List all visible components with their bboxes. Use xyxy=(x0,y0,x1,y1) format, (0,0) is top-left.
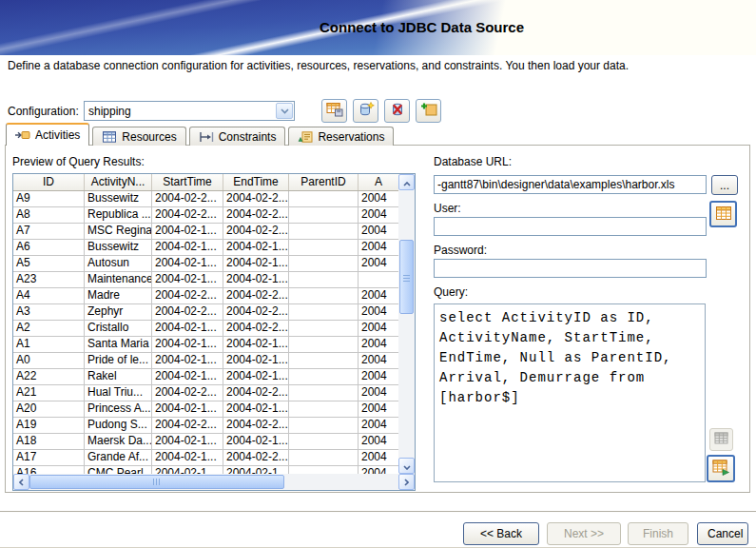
save-configuration-button[interactable] xyxy=(321,99,347,123)
tab-constraints[interactable]: Constraints xyxy=(189,127,286,146)
table-cell: Princess A... xyxy=(85,401,152,417)
table-cell: Grande Af... xyxy=(85,450,152,465)
table-cell: 2004-02-1... xyxy=(152,272,223,287)
table-cell: 2004-02-1... xyxy=(223,353,289,368)
configuration-select[interactable]: shipping xyxy=(84,101,295,121)
table-cell: 2004 xyxy=(359,385,398,401)
table-cell: 2004 xyxy=(359,337,398,352)
tab-resources[interactable]: Resources xyxy=(92,127,185,146)
table-cell: 2004-02-1... xyxy=(223,434,289,449)
wizard-banner: Connect to JDBC Data Source xyxy=(0,0,756,55)
column-header[interactable]: EndTime xyxy=(223,174,289,190)
table-row[interactable]: A21Hual Triu...2004-02-2...2004-02-2...2… xyxy=(13,385,398,401)
table-row[interactable]: A8Republica ...2004-02-2...2004-02-2...2… xyxy=(13,207,398,224)
table-cell xyxy=(289,288,359,303)
table-row[interactable]: A18Maersk Da...2004-02-1...2004-02-1...2… xyxy=(13,434,398,450)
table-cell xyxy=(289,207,359,223)
column-header[interactable]: A xyxy=(359,174,398,190)
horizontal-scrollbar[interactable] xyxy=(13,474,415,490)
table-cell: 2004 xyxy=(359,353,398,368)
table-cell: 2004-02-1... xyxy=(152,256,223,271)
table-row[interactable]: A5Autosun2004-02-1...2004-02-1...2004 xyxy=(13,256,398,272)
table-cell: 2004-02-2... xyxy=(223,224,289,239)
browse-button[interactable]: ... xyxy=(711,175,738,195)
column-header[interactable]: ParentID xyxy=(289,174,359,190)
finish-button[interactable]: Finish xyxy=(628,522,688,545)
configuration-toolbar xyxy=(321,99,441,123)
next-button[interactable]: Next >> xyxy=(547,522,621,545)
table-cell: 2004-02-1... xyxy=(223,272,289,287)
add-configuration-button[interactable] xyxy=(416,99,441,123)
table-cell: 2004 xyxy=(359,450,398,465)
tab-activities[interactable]: Activities xyxy=(6,123,89,146)
footer-buttons: << Back Next >> Finish Cancel xyxy=(463,522,748,545)
table-row[interactable]: A4Madre2004-02-2...2004-02-2...2004 xyxy=(13,288,398,304)
table-row[interactable]: A7MSC Regina2004-02-1...2004-02-2...2004 xyxy=(13,224,398,240)
vertical-scrollbar[interactable] xyxy=(398,174,415,474)
table-cell: 2004-02-1... xyxy=(152,240,223,255)
user-input[interactable] xyxy=(434,217,707,236)
thumb-grip xyxy=(153,479,162,485)
delete-database-connection-button[interactable] xyxy=(384,99,410,123)
table-cell: 2004-02-1... xyxy=(223,240,289,255)
new-database-connection-button[interactable] xyxy=(353,99,378,123)
vertical-scroll-track[interactable] xyxy=(398,190,415,458)
table-cell: A17 xyxy=(13,450,85,465)
chevron-down-icon[interactable] xyxy=(276,103,293,119)
table-cell: 2004-02-2... xyxy=(223,450,289,465)
column-header[interactable]: StartTime xyxy=(152,174,223,190)
chevron-down-icon xyxy=(403,459,411,473)
query-results-table: IDActivityN...StartTimeEndTimeParentIDA … xyxy=(12,173,416,491)
scroll-up-button[interactable] xyxy=(398,174,415,190)
table-cell: Maersk Da... xyxy=(85,434,152,449)
table-cell: Pudong S... xyxy=(85,418,152,433)
table-cell: 2004-02-1... xyxy=(152,224,223,239)
results-table-header: IDActivityN...StartTimeEndTimeParentIDA xyxy=(13,174,398,191)
table-cell: A21 xyxy=(13,385,85,401)
table-row[interactable]: A6Bussewitz2004-02-1...2004-02-1...2004 xyxy=(13,240,398,256)
table-cell: Bussewitz xyxy=(85,191,152,206)
table-cell xyxy=(289,418,359,433)
horizontal-scroll-track[interactable] xyxy=(29,474,398,490)
database-url-input[interactable] xyxy=(434,175,707,194)
column-header[interactable]: ActivityN... xyxy=(85,174,152,190)
table-row[interactable]: A1Santa Maria2004-02-1...2004-02-1...200… xyxy=(13,337,398,353)
table-row[interactable]: A16CMC Pearl...2004-02-1...2004-02-1...2… xyxy=(13,466,398,474)
table-row[interactable]: A23Maintenance2004-02-1...2004-02-1... xyxy=(13,272,398,288)
table-row[interactable]: A0Pride of le...2004-02-1...2004-02-1...… xyxy=(13,353,398,369)
table-cell: 2004 xyxy=(359,304,398,320)
table-cell xyxy=(289,434,359,449)
table-row[interactable]: A17Grande Af...2004-02-1...2004-02-2...2… xyxy=(13,450,398,466)
table-row[interactable]: A20Princess A...2004-02-1...2004-02-1...… xyxy=(13,401,398,418)
password-input[interactable] xyxy=(434,259,707,278)
table-row[interactable]: A2Cristallo2004-02-1...2004-02-2...2004 xyxy=(13,321,398,337)
vertical-scroll-thumb[interactable] xyxy=(399,240,414,314)
column-header[interactable]: ID xyxy=(13,174,85,190)
scroll-down-button[interactable] xyxy=(398,458,415,474)
table-cell xyxy=(289,466,359,474)
cancel-button[interactable]: Cancel xyxy=(697,522,748,545)
show-tables-button[interactable] xyxy=(709,201,737,227)
table-cell: 2004 xyxy=(359,240,398,255)
horizontal-scroll-thumb[interactable] xyxy=(29,475,284,489)
table-cell: A9 xyxy=(13,191,85,206)
table-cell: 2004-02-2... xyxy=(223,304,289,320)
scroll-left-button[interactable] xyxy=(13,474,29,490)
table-cell: A7 xyxy=(13,224,85,239)
table-row[interactable]: A9Bussewitz2004-02-2...2004-02-2...2004 xyxy=(13,191,398,207)
preview-table-disabled-button[interactable] xyxy=(709,428,733,451)
back-button[interactable]: << Back xyxy=(463,522,539,545)
query-input[interactable]: select ActivityID as ID, ActivityName, S… xyxy=(434,303,706,482)
scroll-right-button[interactable] xyxy=(398,474,415,490)
table-row[interactable]: A3Zephyr2004-02-2...2004-02-2...2004 xyxy=(13,304,398,321)
table-cell: 2004 xyxy=(359,369,398,384)
run-query-button[interactable] xyxy=(707,455,735,482)
table-row[interactable]: A19Pudong S...2004-02-2...2004-02-2...20… xyxy=(13,418,398,434)
table-cell: A23 xyxy=(13,272,85,287)
table-cell: 2004 xyxy=(359,224,398,239)
tab-reservations[interactable]: Reservations xyxy=(288,127,394,146)
table-cell xyxy=(289,304,359,320)
table-cell: Cristallo xyxy=(85,321,152,336)
table-cell xyxy=(289,369,359,384)
table-row[interactable]: A22Rakel2004-02-1...2004-02-1...2004 xyxy=(13,369,398,385)
